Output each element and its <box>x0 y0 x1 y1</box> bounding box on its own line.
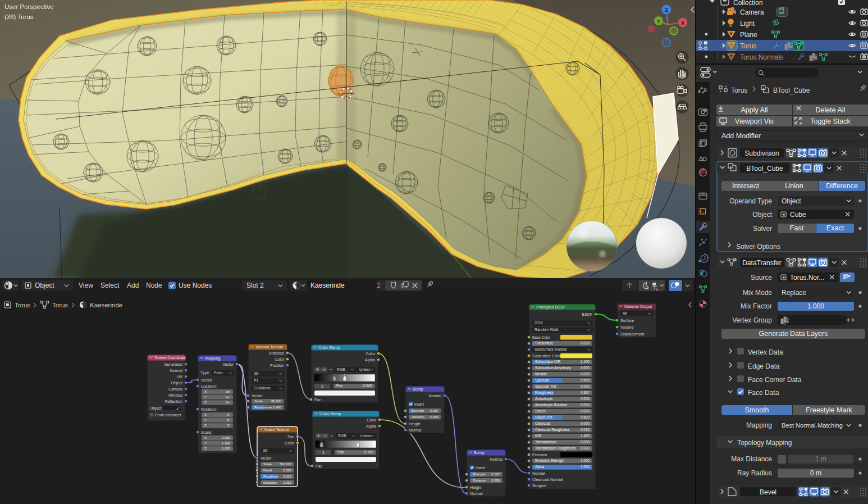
svg-text:Vector: Vector <box>261 456 272 460</box>
svg-text:Generate Data Layers: Generate Data Layers <box>759 330 828 338</box>
svg-text:Object:: Object: <box>150 406 162 411</box>
svg-text:Specular Tint: Specular Tint <box>535 384 556 389</box>
svg-text:0m: 0m <box>226 390 230 393</box>
svg-text:0.400: 0.400 <box>273 406 281 409</box>
svg-text:0.000: 0.000 <box>581 446 590 450</box>
svg-text:Z: Z <box>665 7 668 13</box>
svg-text:Vector: Vector <box>201 378 213 382</box>
svg-text:Fac: Fac <box>314 398 321 402</box>
svg-text:Tangent: Tangent <box>532 484 546 488</box>
svg-text:Subsurface Radius: Subsurface Radius <box>534 347 567 351</box>
svg-text:−: − <box>324 433 327 438</box>
svg-text:2.000: 2.000 <box>283 469 291 472</box>
svg-text:0.030: 0.030 <box>581 341 590 345</box>
svg-text:Principled BSDF: Principled BSDF <box>536 305 566 310</box>
svg-text:Normal: Normal <box>490 457 502 461</box>
svg-text:Clearcoat Roughness: Clearcoat Roughness <box>535 428 569 432</box>
svg-text:0.000: 0.000 <box>283 481 291 484</box>
svg-text:+: + <box>317 433 320 438</box>
svg-text:Scale: Scale <box>263 462 272 466</box>
svg-text:Displacement: Displacement <box>620 332 644 337</box>
svg-text:1.400: 1.400 <box>581 360 590 364</box>
svg-text:Z: Z <box>204 424 207 427</box>
svg-text:GGX: GGX <box>534 321 543 325</box>
svg-text:F1: F1 <box>254 379 258 383</box>
svg-text:Object: Object <box>35 281 54 289</box>
svg-text:DataTransfer: DataTransfer <box>742 259 782 267</box>
svg-text:Fast: Fast <box>790 224 804 232</box>
svg-text:Color: Color <box>366 352 375 356</box>
svg-text:(36) Torus: (36) Torus <box>4 13 34 20</box>
svg-text:Linear: Linear <box>359 367 371 371</box>
svg-text:Specular: Specular <box>535 378 550 383</box>
svg-text:Location:: Location: <box>201 384 217 388</box>
svg-text:Pos: Pos <box>337 450 344 454</box>
svg-text:Subsurface IOR: Subsurface IOR <box>535 360 561 364</box>
svg-text:Normal: Normal <box>170 369 182 373</box>
svg-text:0.700: 0.700 <box>364 450 373 454</box>
svg-text:Strength: Strength <box>473 473 485 476</box>
svg-text:Z: Z <box>204 401 207 404</box>
svg-text:Scale: Scale <box>254 399 263 403</box>
svg-text:Kaeserinde: Kaeserinde <box>310 281 345 289</box>
svg-text:0.000: 0.000 <box>581 440 590 444</box>
svg-text:0.509: 0.509 <box>363 384 372 388</box>
svg-text:Invert: Invert <box>476 466 485 470</box>
svg-text:From Instancer: From Instancer <box>155 413 182 417</box>
svg-text:Torus.Nor...: Torus.Nor... <box>790 274 824 281</box>
svg-text:Position: Position <box>270 364 284 367</box>
svg-text:1.450: 1.450 <box>581 434 590 438</box>
svg-text:Volume: Volume <box>620 325 633 329</box>
svg-text:Scale:: Scale: <box>201 430 212 434</box>
svg-text:Reflection: Reflection <box>165 399 182 403</box>
svg-text:1: 1 <box>322 451 325 455</box>
svg-text:Delete All: Delete All <box>816 106 846 114</box>
svg-text:Subdivision: Subdivision <box>744 149 779 157</box>
svg-text:Mix Mode: Mix Mode <box>743 289 772 297</box>
svg-text:Normal: Normal <box>409 428 422 432</box>
svg-text:0.000: 0.000 <box>581 421 590 425</box>
svg-text:1.000: 1.000 <box>581 458 590 462</box>
svg-text:BTool_Cube: BTool_Cube <box>746 165 783 172</box>
svg-text:Camera: Camera <box>740 8 764 16</box>
svg-text:Light: Light <box>740 20 755 28</box>
svg-text:Metallic: Metallic <box>535 372 547 376</box>
svg-text:Color Ramp: Color Ramp <box>318 345 340 350</box>
svg-text:Type:: Type: <box>200 371 210 375</box>
svg-text:Height: Height <box>470 485 481 490</box>
svg-text:Color: Color <box>367 418 376 422</box>
svg-text:0 m: 0 m <box>810 469 821 477</box>
svg-text:Vector: Vector <box>222 362 234 366</box>
svg-text:Emission: Emission <box>532 453 547 457</box>
svg-text:Alpha: Alpha <box>365 358 375 362</box>
svg-text:Y: Y <box>204 442 207 445</box>
svg-text:Solver Options: Solver Options <box>736 243 780 251</box>
svg-text:Face Data: Face Data <box>748 389 779 397</box>
svg-text:Vertex Group: Vertex Group <box>732 316 772 324</box>
svg-text:Sheen Tint: Sheen Tint <box>535 415 552 419</box>
svg-text:Subsurface Color: Subsurface Color <box>532 354 561 358</box>
svg-text:Bevel: Bevel <box>760 488 776 496</box>
svg-text:0°: 0° <box>227 424 230 427</box>
svg-text:Bump: Bump <box>474 450 485 455</box>
svg-text:Z: Z <box>204 447 207 450</box>
svg-text:Toggle Stack: Toggle Stack <box>810 117 851 125</box>
svg-text:Torus: Torus <box>740 42 756 50</box>
svg-text:Pos: Pos <box>336 384 342 388</box>
svg-text:Difference: Difference <box>826 182 858 190</box>
svg-text:0m: 0m <box>226 396 230 399</box>
svg-text:Clearcoat: Clearcoat <box>535 421 551 425</box>
svg-text:Texture Coordinate: Texture Coordinate <box>154 356 186 360</box>
svg-text:Normal: Normal <box>470 492 483 496</box>
svg-text:0.000: 0.000 <box>581 409 590 413</box>
svg-text:0.500: 0.500 <box>283 475 291 478</box>
svg-text:Normal: Normal <box>532 471 545 475</box>
svg-text:Face Corner Data: Face Corner Data <box>748 376 802 384</box>
svg-text:Sheen: Sheen <box>535 409 546 413</box>
svg-text:Torus.Normals: Torus.Normals <box>740 53 783 61</box>
svg-text:Point: Point <box>214 371 223 375</box>
svg-text:Camera: Camera <box>168 387 182 391</box>
svg-text:Best Normal-Matching: Best Normal-Matching <box>782 422 843 429</box>
svg-text:0.030: 0.030 <box>581 428 590 432</box>
svg-text:Add Modifier: Add Modifier <box>721 132 761 140</box>
